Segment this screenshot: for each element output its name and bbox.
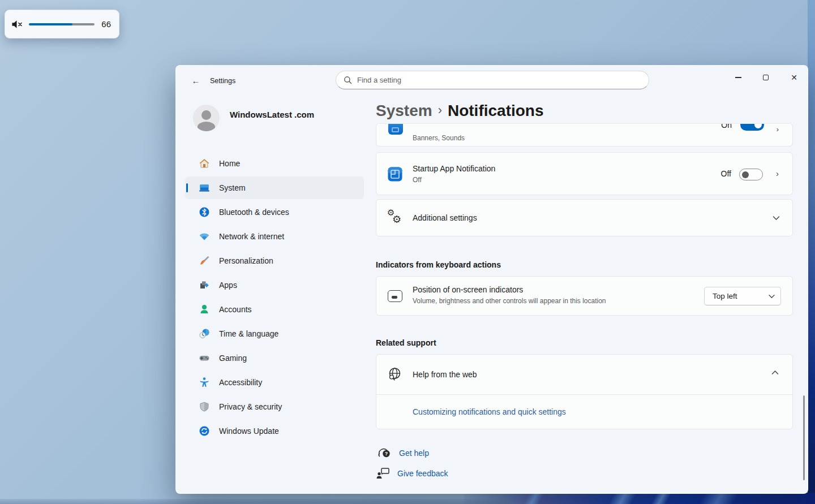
- sidebar-item-time-language[interactable]: Time & language: [185, 322, 364, 345]
- window-title: Settings: [210, 77, 235, 85]
- volume-slider[interactable]: [29, 23, 95, 25]
- notifications-master-row[interactable]: Banners, Sounds On ›: [376, 123, 793, 147]
- position-dropdown-value: Top left: [713, 292, 737, 300]
- help-link-customizing-notifications[interactable]: Customizing notifications and quick sett…: [413, 407, 566, 416]
- search-box[interactable]: [336, 71, 649, 89]
- sidebar-item-privacy-security[interactable]: Privacy & security: [185, 395, 364, 418]
- volume-osd: 66: [5, 10, 119, 38]
- sidebar-item-label: Bluetooth & devices: [219, 208, 289, 217]
- home-icon: [199, 158, 210, 169]
- give-feedback-link[interactable]: Give feedback: [376, 467, 448, 480]
- chevron-down-icon: [773, 216, 780, 221]
- sidebar-item-label: Privacy & security: [219, 402, 282, 411]
- close-button[interactable]: ✕: [782, 69, 807, 86]
- avatar[interactable]: [193, 105, 220, 131]
- on-screen-indicator-icon: [388, 290, 402, 302]
- sidebar-item-windows-update[interactable]: Windows Update: [185, 420, 364, 442]
- sidebar-item-system[interactable]: System: [185, 176, 364, 199]
- sidebar-item-label: Apps: [219, 281, 237, 290]
- startup-title: Startup App Notification: [413, 164, 495, 173]
- get-help-label: Get help: [399, 449, 429, 458]
- maximize-button[interactable]: [753, 69, 778, 86]
- breadcrumb-separator: ›: [432, 103, 448, 117]
- sidebar-item-accessibility[interactable]: Accessibility: [185, 371, 364, 394]
- svg-text:?: ?: [385, 451, 388, 456]
- startup-app-notification-row[interactable]: Startup App Notification Off Off ›: [376, 152, 793, 195]
- volume-slider-fill: [29, 23, 72, 25]
- user-name[interactable]: WindowsLatest .com: [230, 110, 314, 119]
- section-header-indicators: Indicators from keyboard actions: [376, 260, 501, 269]
- search-icon: [344, 76, 352, 84]
- sidebar-item-personalization[interactable]: Personalization: [185, 249, 364, 272]
- chevron-right-icon: ›: [776, 169, 779, 178]
- gaming-icon: [199, 352, 210, 364]
- sidebar-item-label: Windows Update: [219, 427, 279, 436]
- help-link-row: Customizing notifications and quick sett…: [376, 395, 792, 429]
- personalization-icon: [199, 255, 210, 266]
- notifications-bell-icon: [388, 123, 403, 135]
- globe-search-icon: [387, 367, 402, 382]
- notifications-toggle[interactable]: [740, 123, 764, 131]
- network-icon: [199, 231, 210, 242]
- chevron-down-icon: [769, 294, 775, 299]
- sidebar-item-label: Home: [219, 159, 240, 168]
- sidebar-item-label: Time & language: [219, 329, 278, 338]
- volume-value: 66: [101, 19, 111, 29]
- windows-update-icon: [199, 425, 210, 437]
- sidebar-item-network-internet[interactable]: Network & internet: [185, 225, 364, 248]
- accessibility-icon: [199, 377, 210, 388]
- privacy-shield-icon: [199, 401, 210, 412]
- sidebar-item-home[interactable]: Home: [185, 152, 364, 175]
- sidebar-item-label: Gaming: [219, 354, 247, 363]
- sidebar-item-label: Network & internet: [219, 232, 284, 241]
- position-indicators-row: Position of on-screen indicators Volume,…: [376, 276, 793, 316]
- search-input[interactable]: [357, 76, 623, 84]
- give-feedback-icon: [376, 467, 391, 480]
- position-dropdown[interactable]: Top left: [704, 287, 781, 305]
- scrollbar-thumb[interactable]: [803, 395, 805, 480]
- notifications-toggle-label: On: [721, 123, 732, 130]
- startup-app-icon: [388, 167, 402, 182]
- startup-toggle[interactable]: [739, 169, 763, 180]
- minimize-button[interactable]: [726, 69, 750, 86]
- sidebar-item-accounts[interactable]: Accounts: [185, 298, 364, 321]
- get-help-link[interactable]: ? Get help: [378, 447, 429, 459]
- chevron-right-icon: ›: [777, 125, 779, 133]
- sidebar-item-label: System: [219, 183, 246, 192]
- wallpaper-bottom-shade: [0, 499, 509, 504]
- additional-settings-title: Additional settings: [413, 213, 477, 222]
- time-language-icon: [199, 328, 210, 339]
- sidebar-item-bluetooth-devices[interactable]: Bluetooth & devices: [185, 201, 364, 223]
- give-feedback-label: Give feedback: [397, 469, 448, 478]
- startup-toggle-label: Off: [721, 169, 731, 178]
- sidebar-item-label: Accessibility: [219, 378, 262, 387]
- gears-icon: ⚙⚙: [387, 209, 404, 228]
- breadcrumb: System›Notifications: [376, 102, 544, 120]
- position-title: Position of on-screen indicators: [413, 285, 523, 294]
- sidebar-nav: Home System Bluetooth & devices Network …: [185, 152, 364, 444]
- notifications-subtitle: Banners, Sounds: [413, 134, 465, 142]
- volume-muted-icon[interactable]: [11, 19, 24, 30]
- startup-subtitle: Off: [413, 176, 422, 184]
- get-help-icon: ?: [378, 447, 392, 459]
- help-from-web-title: Help from the web: [413, 370, 477, 379]
- wallpaper-right-edge: [808, 0, 815, 504]
- sidebar-item-label: Accounts: [219, 305, 252, 314]
- help-from-web-row[interactable]: Help from the web: [376, 355, 792, 394]
- breadcrumb-system[interactable]: System: [376, 102, 432, 119]
- accounts-icon: [199, 304, 210, 315]
- page-title: Notifications: [448, 102, 544, 119]
- position-subtitle: Volume, brightness and other controls wi…: [413, 297, 606, 305]
- wallpaper-bottom-band: [464, 493, 815, 504]
- system-icon: [199, 182, 210, 193]
- settings-window: ← Settings ✕ WindowsLatest .com Home: [175, 65, 808, 494]
- bluetooth-icon: [199, 206, 210, 218]
- sidebar-item-gaming[interactable]: Gaming: [185, 347, 364, 369]
- sidebar-item-label: Personalization: [219, 256, 273, 265]
- back-button[interactable]: ←: [187, 75, 204, 87]
- sidebar-item-apps[interactable]: Apps: [185, 274, 364, 296]
- apps-icon: [199, 279, 210, 291]
- section-header-related-support: Related support: [376, 338, 436, 347]
- additional-settings-row[interactable]: ⚙⚙ Additional settings: [376, 199, 793, 236]
- help-from-web-card: Help from the web Customizing notificati…: [376, 354, 793, 429]
